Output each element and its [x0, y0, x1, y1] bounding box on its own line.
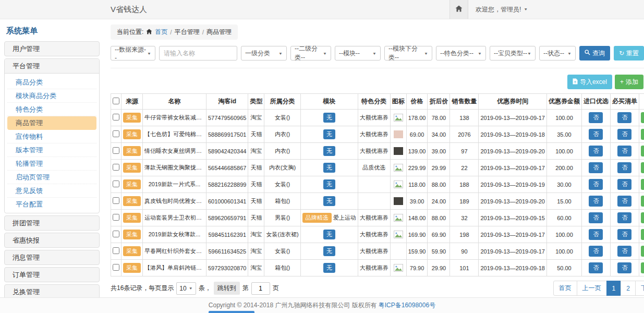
row-checkbox[interactable]	[113, 264, 119, 271]
row-checkbox[interactable]	[113, 180, 119, 187]
sidebar-item-savings-news[interactable]: 省惠快报	[4, 233, 100, 248]
icp-link[interactable]: 粤ICP备16098006号	[379, 301, 435, 310]
sidebar-item-group-buy-mgmt[interactable]: 拼团管理	[4, 215, 100, 231]
must-buy-toggle[interactable]: 否	[617, 129, 631, 140]
must-buy-toggle[interactable]: 否	[617, 179, 631, 190]
must-buy-toggle[interactable]: 否	[617, 212, 631, 223]
user-menu[interactable]: 欢迎您，管理员! ▼	[476, 5, 528, 14]
row-checkbox[interactable]	[113, 197, 119, 204]
status-button[interactable]: 上架	[641, 146, 644, 156]
import-select-toggle[interactable]: 否	[589, 112, 603, 123]
row-checkbox[interactable]	[113, 114, 119, 121]
sidebar-item-feature-category[interactable]: 特色分类	[7, 103, 96, 116]
import-select-toggle[interactable]: 否	[589, 262, 603, 273]
name-search-input[interactable]	[159, 46, 237, 61]
breadcrumb-location-label: 当前位置:	[117, 28, 143, 37]
import-select-toggle[interactable]: 否	[589, 229, 603, 240]
must-buy-toggle[interactable]: 否	[617, 162, 631, 173]
status-button[interactable]: 上架	[641, 162, 644, 173]
module-badge: 无	[323, 246, 335, 256]
status-button[interactable]: 上架	[641, 129, 644, 140]
import-select-toggle[interactable]: 否	[589, 146, 603, 156]
product-category: 内衣()	[264, 126, 300, 143]
import-select-toggle[interactable]: 否	[589, 179, 603, 190]
sidebar-item-exchange-mgmt[interactable]: 兑换管理	[4, 284, 100, 297]
filter-select-data-source[interactable]: --数据来源-- ▼	[111, 46, 155, 61]
filter-select-level1-category[interactable]: 一级分类 ▼	[241, 46, 287, 61]
product-name: 【七色纺】可爱纯棉家...	[143, 126, 206, 143]
sidebar: 系统菜单 用户管理 平台管理 商品分类 模块商品分类 特色分类 商品管理 宣传物…	[4, 19, 100, 297]
page-button-1[interactable]: 1	[606, 281, 622, 296]
sidebar-item-user-mgmt[interactable]: 用户管理	[4, 41, 100, 56]
import-excel-button[interactable]: 导入excel	[567, 75, 612, 89]
coupon-amount: 100.00	[546, 110, 581, 126]
feature-category: 大额优惠券	[358, 110, 390, 126]
must-buy-toggle[interactable]: 否	[617, 229, 631, 240]
sidebar-item-goods-mgmt[interactable]: 商品管理	[7, 116, 96, 130]
status-button[interactable]: 上架	[641, 196, 644, 207]
must-buy-toggle[interactable]: 否	[617, 112, 631, 123]
must-buy-toggle[interactable]: 否	[617, 246, 631, 257]
row-checkbox[interactable]	[113, 130, 119, 137]
source-badge: 采集	[123, 113, 141, 123]
import-select-toggle[interactable]: 否	[589, 162, 603, 173]
sidebar-item-splash-mgmt[interactable]: 启动页管理	[7, 171, 96, 184]
sidebar-item-promo-material[interactable]: 宣传物料	[7, 130, 96, 143]
row-checkbox[interactable]	[113, 164, 119, 171]
must-buy-toggle[interactable]: 否	[617, 146, 631, 156]
must-buy-toggle[interactable]: 否	[617, 262, 631, 273]
sidebar-item-version-mgmt[interactable]: 版本管理	[7, 143, 96, 157]
page-button-2[interactable]: 2	[621, 281, 636, 296]
filter-select-level2-category[interactable]: --二级分类-- ▼	[290, 46, 331, 61]
must-buy-toggle[interactable]: 否	[617, 196, 631, 207]
sidebar-item-message-mgmt[interactable]: 消息管理	[4, 250, 100, 265]
select-all-checkbox[interactable]	[113, 98, 119, 104]
sidebar-item-carousel-mgmt[interactable]: 轮播管理	[7, 157, 96, 171]
filter-select-status[interactable]: --状态-- ▼	[539, 46, 576, 61]
taoke-id: 588216228899	[206, 176, 248, 193]
reset-button[interactable]: ↻ 重置	[614, 46, 644, 61]
first-page-button[interactable]: 首页	[553, 281, 577, 296]
import-select-toggle[interactable]: 否	[589, 196, 603, 207]
taoke-id: 588869917501	[206, 126, 248, 143]
status-button[interactable]: 上架	[641, 179, 644, 190]
breadcrumb-home-link[interactable]: 首页	[155, 28, 167, 37]
status-button[interactable]: 上架	[641, 246, 644, 257]
import-select-toggle[interactable]: 否	[589, 212, 603, 223]
search-button[interactable]: 查询	[579, 46, 610, 61]
status-button[interactable]: 上架	[641, 212, 644, 223]
row-checkbox[interactable]	[113, 247, 119, 254]
status-button[interactable]: 上架	[641, 112, 644, 123]
filter-select-module-subcategory[interactable]: --模块下分类-- ▼	[384, 46, 432, 61]
next-page-button[interactable]: 下一页	[635, 281, 644, 296]
status-button[interactable]: 上架	[641, 229, 644, 240]
row-checkbox[interactable]	[113, 214, 119, 221]
sidebar-item-module-goods-category[interactable]: 模块商品分类	[7, 89, 96, 103]
filter-select-feature-category[interactable]: --特色分类-- ▼	[436, 46, 486, 61]
sidebar-item-order-mgmt[interactable]: 订单管理	[4, 267, 100, 282]
sidebar-item-platform-config[interactable]: 平台配置	[7, 198, 96, 211]
add-button[interactable]: + 添加	[615, 75, 643, 89]
sidebar-item-goods-category[interactable]: 商品分类	[7, 76, 96, 89]
sidebar-item-platform-header[interactable]: 平台管理	[5, 59, 99, 74]
row-checkbox[interactable]	[113, 231, 119, 237]
prev-page-button[interactable]: 上一页	[577, 281, 607, 296]
app-title: V省钱达人	[111, 5, 147, 15]
plus-icon: +	[620, 78, 624, 86]
filter-select-item-type[interactable]: --宝贝类型-- ▼	[490, 46, 536, 61]
import-select-toggle[interactable]: 否	[589, 129, 603, 140]
per-page-select[interactable]: 10 ▼	[176, 282, 196, 295]
page-number-input[interactable]	[251, 282, 270, 295]
price: 229.99	[406, 160, 428, 176]
home-button[interactable]	[449, 0, 468, 19]
sidebar-item-feedback[interactable]: 意见反馈	[7, 184, 96, 198]
taoke-id: 601000601341	[206, 193, 248, 210]
row-checkbox[interactable]	[113, 147, 119, 154]
module-badge: 无	[323, 230, 335, 239]
jump-to-button[interactable]: 跳转到	[214, 282, 240, 295]
status-button[interactable]: 上架	[641, 262, 644, 273]
sidebar-item-platform-mgmt: 平台管理 商品分类 模块商品分类 特色分类 商品管理 宣传物料 版本管理 轮播管…	[4, 58, 100, 213]
table-row: 采集 牛仔背带裤女秋装减龄... 577479560965 淘宝 女装() 无 …	[111, 110, 644, 126]
filter-select-module[interactable]: --模块-- ▼	[335, 46, 381, 61]
import-select-toggle[interactable]: 否	[589, 246, 603, 257]
